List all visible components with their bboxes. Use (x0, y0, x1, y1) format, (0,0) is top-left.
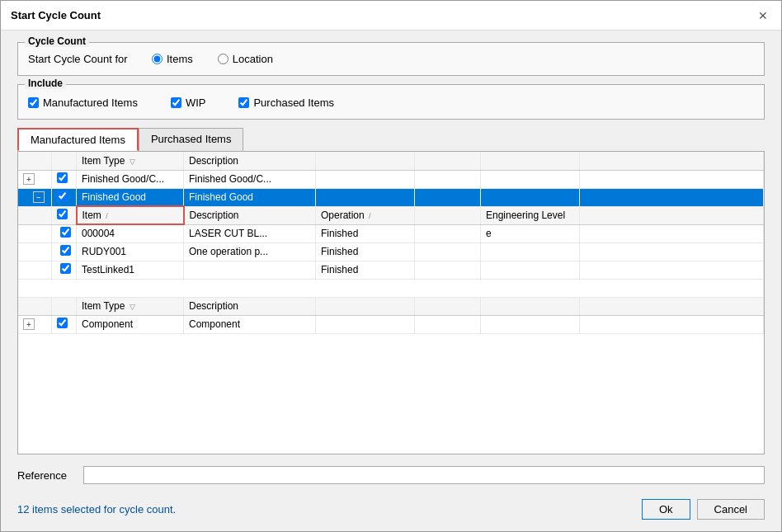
chk-manufactured-text: Manufactured Items (43, 97, 138, 109)
cycle-count-row: Start Cycle Count for Items Location (28, 49, 754, 65)
tab-purchased[interactable]: Purchased Items (139, 128, 244, 151)
checkbox-item2[interactable] (60, 245, 71, 256)
radio-group: Items Location (152, 53, 273, 65)
cycle-count-group: Cycle Count Start Cycle Count for Items … (17, 42, 765, 76)
sort-icon-g2: ▽ (130, 303, 135, 311)
reference-label: Reference (17, 469, 75, 482)
cell-op-item1: Finished (316, 224, 415, 242)
radio-items[interactable] (152, 54, 163, 64)
table-row: 000004 LASER CUT BL... Finished e (18, 224, 764, 242)
cell-eng-item3 (481, 261, 580, 279)
ok-button[interactable]: Ok (642, 499, 690, 520)
col-desc-g1: Description (184, 152, 316, 170)
cell-desc-item2: One operation p... (184, 242, 316, 261)
chk-wip-label[interactable]: WIP (171, 97, 206, 109)
include-group: Include Manufactured Items WIP Purchased… (17, 84, 765, 120)
chk-wip-text: WIP (186, 97, 206, 109)
cycle-count-group-label: Cycle Count (25, 35, 89, 47)
col-check-g2 (52, 297, 77, 315)
col-empty3 (481, 152, 580, 170)
radio-items-text: Items (167, 53, 193, 65)
radio-location[interactable] (218, 54, 228, 64)
col-expand-g2 (18, 297, 52, 315)
col-check-g1 (52, 152, 77, 170)
status-row: 12 items selected for cycle count. Ok Ca… (17, 499, 765, 520)
cell-check-sub[interactable] (52, 206, 77, 224)
cell-item1: 000004 (77, 224, 184, 242)
reference-row: Reference (17, 466, 765, 484)
cell-item-header: Item / (77, 206, 184, 224)
col-desc-g2: Description (184, 297, 316, 315)
button-row: Ok Cancel (642, 499, 765, 520)
cell-expand-g2r1[interactable]: + (18, 315, 52, 333)
checkbox-g2r1[interactable] (57, 318, 68, 328)
radio-location-label[interactable]: Location (218, 53, 273, 65)
cell-desc-g1r1: Finished Good/C... (184, 170, 316, 188)
cell-check-item2[interactable] (52, 242, 77, 261)
checkbox-item3[interactable] (60, 263, 71, 274)
cell-check-g2r1[interactable] (52, 315, 77, 333)
expand-icon-g1r1[interactable]: + (23, 173, 35, 185)
cancel-button[interactable]: Cancel (697, 499, 765, 520)
chk-wip[interactable] (171, 97, 181, 108)
chk-purchased-text: Purchased Items (253, 97, 334, 109)
group2-header-row: Item Type ▽ Description (18, 297, 764, 315)
col-itemtype-g1: Item Type ▽ (77, 152, 184, 170)
reference-input[interactable] (83, 466, 765, 484)
include-row: Manufactured Items WIP Purchased Items (28, 92, 754, 109)
tab-manufactured[interactable]: Manufactured Items (17, 128, 139, 151)
cell-englevel-header: Engineering Level (481, 206, 580, 224)
chk-purchased[interactable] (238, 97, 249, 108)
start-label: Start Cycle Count for (28, 53, 135, 65)
radio-items-label[interactable]: Items (152, 53, 193, 65)
chk-manufactured[interactable] (28, 97, 39, 108)
cell-check-g1r1[interactable] (52, 170, 77, 188)
table-row: + Component Component (18, 315, 764, 333)
cell-check-g1r2[interactable] (52, 188, 77, 206)
dialog-title: Start Cycle Count (11, 9, 101, 21)
checkbox-g1r1[interactable] (57, 172, 68, 183)
table-row-selected: − Finished Good Finished Good (18, 188, 764, 206)
cell-itemtype-g1r2: Finished Good (77, 188, 184, 206)
cell-op-item3: Finished (316, 261, 415, 279)
chk-manufactured-label[interactable]: Manufactured Items (28, 97, 138, 109)
item-subheader-row: Item / Description Operation / (18, 206, 764, 224)
cell-check-item1[interactable] (52, 224, 77, 242)
col-empty1 (316, 152, 415, 170)
table-row: TestLinked1 Finished (18, 261, 764, 279)
start-cycle-count-dialog: Start Cycle Count ✕ Cycle Count Start Cy… (0, 0, 782, 532)
group1-header-row: Item Type ▽ Description (18, 152, 764, 170)
col-empty2 (415, 152, 481, 170)
tab-bar: Manufactured Items Purchased Items (17, 128, 765, 151)
cell-expand-g1r1[interactable]: + (18, 170, 52, 188)
cell-eng-item1: e (481, 224, 580, 242)
tabs-area: Manufactured Items Purchased Items (17, 128, 765, 454)
cell-desc-header: Description (184, 206, 316, 224)
sort-icon-g1: ▽ (130, 158, 135, 166)
checkbox-item1[interactable] (60, 227, 71, 238)
checkbox-g1r2[interactable] (57, 191, 68, 201)
cell-itemtype-g1r1: Finished Good/C... (77, 170, 184, 188)
close-button[interactable]: ✕ (755, 7, 771, 24)
dialog-content: Cycle Count Start Cycle Count for Items … (1, 31, 781, 531)
cell-op-header: Operation / (316, 206, 415, 224)
checkbox-sub-all[interactable] (57, 209, 68, 219)
expand-icon-g1r2[interactable]: − (33, 191, 45, 203)
cell-op-item2: Finished (316, 242, 415, 261)
col-empty4 (580, 152, 764, 170)
cell-expand-g1r2[interactable]: − (18, 188, 52, 206)
col-expand-g1 (18, 152, 52, 170)
status-text: 12 items selected for cycle count. (17, 503, 176, 516)
title-bar: Start Cycle Count ✕ (1, 1, 781, 31)
chk-purchased-label[interactable]: Purchased Items (238, 97, 334, 109)
cell-desc-item1: LASER CUT BL... (184, 224, 316, 242)
spacer-row (18, 279, 764, 297)
table-row: + Finished Good/C... Finished Good/C... (18, 170, 764, 188)
cell-desc-g2r1: Component (184, 315, 316, 333)
cell-check-item3[interactable] (52, 261, 77, 279)
col-itemtype-g2: Item Type ▽ (77, 297, 184, 315)
sort-item-icon: / (106, 212, 108, 220)
radio-location-text: Location (233, 53, 273, 65)
expand-icon-g2r1[interactable]: + (23, 318, 35, 330)
cell-eng-item2 (481, 242, 580, 261)
